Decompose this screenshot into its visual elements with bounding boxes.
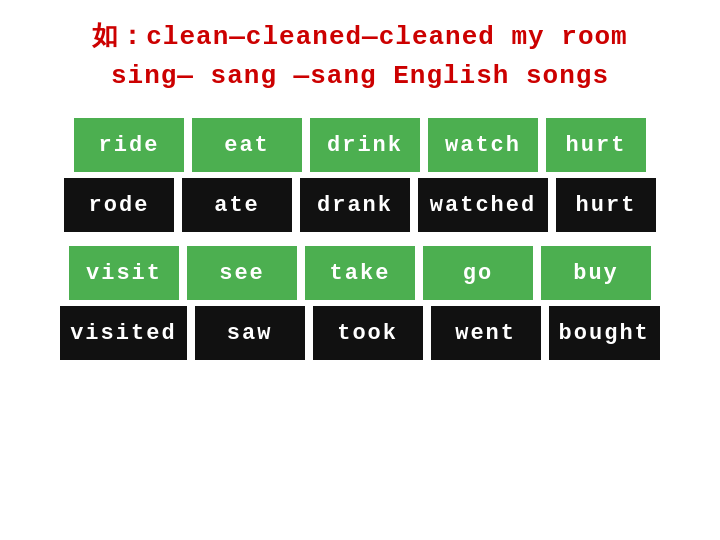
word-ride: ride bbox=[74, 118, 184, 172]
word-drink: drink bbox=[310, 118, 420, 172]
word-took: took bbox=[313, 306, 423, 360]
word-hurt-green: hurt bbox=[546, 118, 646, 172]
word-take: take bbox=[305, 246, 415, 300]
row1-green: ride eat drink watch hurt bbox=[30, 118, 690, 172]
row2-green: visit see take go buy bbox=[30, 246, 690, 300]
section2: visit see take go buy visited saw took w… bbox=[30, 246, 690, 360]
word-bought: bought bbox=[549, 306, 660, 360]
word-watched: watched bbox=[418, 178, 548, 232]
row2-black: visited saw took went bought bbox=[30, 306, 690, 360]
section1: ride eat drink watch hurt rode ate drank… bbox=[30, 118, 690, 232]
word-drank: drank bbox=[300, 178, 410, 232]
row1-black: rode ate drank watched hurt bbox=[30, 178, 690, 232]
word-watch: watch bbox=[428, 118, 538, 172]
word-saw: saw bbox=[195, 306, 305, 360]
word-ate: ate bbox=[182, 178, 292, 232]
word-see: see bbox=[187, 246, 297, 300]
word-go: go bbox=[423, 246, 533, 300]
word-visited: visited bbox=[60, 306, 186, 360]
word-buy: buy bbox=[541, 246, 651, 300]
header-line2: sing— sang —sang English songs bbox=[30, 57, 690, 96]
word-hurt-black: hurt bbox=[556, 178, 656, 232]
main-page: 如：clean—cleaned—cleaned my room sing— sa… bbox=[0, 0, 720, 540]
header-line1: 如：clean—cleaned—cleaned my room bbox=[30, 18, 690, 57]
word-visit: visit bbox=[69, 246, 179, 300]
word-eat: eat bbox=[192, 118, 302, 172]
header-section: 如：clean—cleaned—cleaned my room sing— sa… bbox=[30, 18, 690, 96]
word-went: went bbox=[431, 306, 541, 360]
word-rode: rode bbox=[64, 178, 174, 232]
